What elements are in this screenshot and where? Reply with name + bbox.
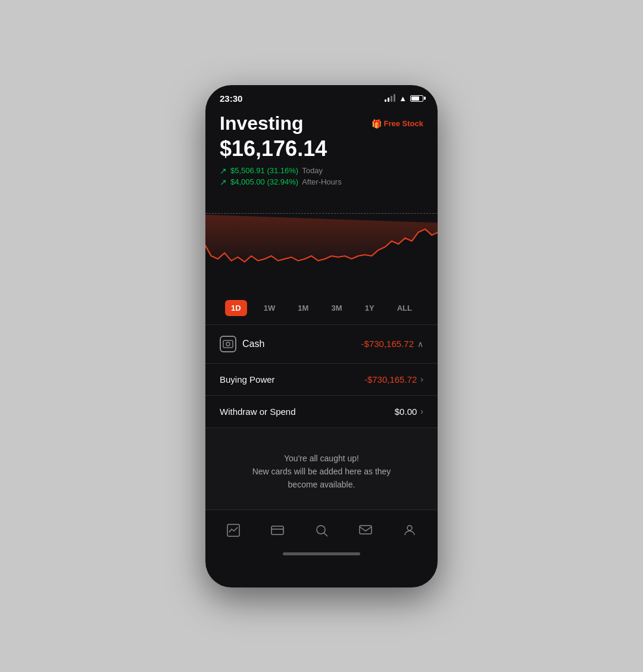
today-label: Today xyxy=(302,166,323,175)
gift-icon: 🎁 xyxy=(372,119,382,129)
cash-chevron-icon: ∧ xyxy=(417,339,423,349)
message-nav-icon xyxy=(358,523,373,537)
cash-label: Cash xyxy=(242,339,264,349)
nav-account-button[interactable] xyxy=(394,520,425,541)
battery-icon xyxy=(410,95,423,102)
search-nav-icon xyxy=(314,523,329,537)
caught-up-line3: become available. xyxy=(288,480,355,489)
svg-point-8 xyxy=(407,526,412,530)
after-hours-row: ↗ $4,005.00 (32.94%) After-Hours xyxy=(220,177,423,187)
cash-value: -$730,165.72 xyxy=(361,339,414,349)
home-bar xyxy=(283,552,360,555)
time-filter-3m[interactable]: 3M xyxy=(326,300,348,316)
phone-frame: 23:30 ▲ Investing 🎁 Free Stock $16,176. xyxy=(205,85,438,587)
signal-icon xyxy=(385,95,395,102)
time-filter-1d[interactable]: 1D xyxy=(225,300,247,316)
today-change-amount: $5,506.91 (31.16%) xyxy=(230,166,298,175)
nav-investing-button[interactable] xyxy=(218,520,249,541)
status-time: 23:30 xyxy=(220,93,242,104)
time-filter-all[interactable]: ALL xyxy=(391,300,418,316)
svg-rect-3 xyxy=(271,526,283,535)
caught-up-section: You're all caught up! New cards will be … xyxy=(205,428,438,510)
withdraw-chevron-icon: › xyxy=(420,407,423,416)
withdraw-right: $0.00 › xyxy=(395,407,423,417)
cash-icon xyxy=(220,336,236,352)
portfolio-value: $16,176.14 xyxy=(220,136,423,161)
svg-rect-0 xyxy=(223,340,233,348)
status-bar: 23:30 ▲ xyxy=(205,85,438,107)
caught-up-text: You're all caught up! New cards will be … xyxy=(229,452,414,492)
after-hours-label: After-Hours xyxy=(302,177,341,186)
svg-point-1 xyxy=(226,342,230,346)
cash-row[interactable]: Cash -$730,165.72 ∧ xyxy=(205,325,438,364)
buying-power-row[interactable]: Buying Power -$730,165.72 › xyxy=(205,364,438,396)
today-change-row: ↗ $5,506.91 (31.16%) Today xyxy=(220,166,423,176)
svg-line-6 xyxy=(324,533,327,536)
buying-power-right: -$730,165.72 › xyxy=(364,374,423,385)
home-indicator xyxy=(205,547,438,561)
status-icons: ▲ xyxy=(385,94,423,103)
nav-messages-button[interactable] xyxy=(350,520,381,541)
after-hours-amount: $4,005.00 (32.94%) xyxy=(230,177,298,186)
buying-power-chevron-icon: › xyxy=(420,374,423,384)
withdraw-row[interactable]: Withdraw or Spend $0.00 › xyxy=(205,396,438,428)
caught-up-line2: New cards will be added here as they xyxy=(252,467,391,476)
nav-search-button[interactable] xyxy=(306,520,337,541)
time-filter-1w[interactable]: 1W xyxy=(258,300,282,316)
nav-card-button[interactable] xyxy=(262,520,293,541)
svg-point-5 xyxy=(317,526,325,534)
withdraw-label: Withdraw or Spend xyxy=(220,407,296,417)
withdraw-value: $0.00 xyxy=(395,407,417,417)
caught-up-line1: You're all caught up! xyxy=(284,454,359,463)
page-title: Investing xyxy=(220,113,303,134)
after-hours-arrow-icon: ↗ xyxy=(220,177,227,187)
bottom-nav xyxy=(205,510,438,547)
chart-nav-icon xyxy=(226,523,241,537)
svg-rect-7 xyxy=(360,526,372,534)
price-chart xyxy=(205,196,438,292)
reference-line xyxy=(205,213,438,214)
wifi-icon: ▲ xyxy=(399,94,407,103)
time-filter-1m[interactable]: 1M xyxy=(292,300,314,316)
today-arrow-icon: ↗ xyxy=(220,166,227,176)
buying-power-label: Buying Power xyxy=(220,374,275,385)
buying-power-value: -$730,165.72 xyxy=(364,374,417,385)
card-nav-icon xyxy=(270,523,285,537)
header-row: Investing 🎁 Free Stock xyxy=(220,113,423,134)
account-nav-icon xyxy=(402,523,417,537)
free-stock-label: Free Stock xyxy=(384,119,423,128)
main-content: Investing 🎁 Free Stock $16,176.14 ↗ $5,5… xyxy=(205,107,438,187)
chart-svg xyxy=(205,196,438,292)
time-filter-1y[interactable]: 1Y xyxy=(359,300,380,316)
time-filter-bar: 1D 1W 1M 3M 1Y ALL xyxy=(205,292,438,325)
cash-right: -$730,165.72 ∧ xyxy=(361,339,423,349)
cash-left: Cash xyxy=(220,336,264,352)
free-stock-button[interactable]: 🎁 Free Stock xyxy=(372,117,423,131)
